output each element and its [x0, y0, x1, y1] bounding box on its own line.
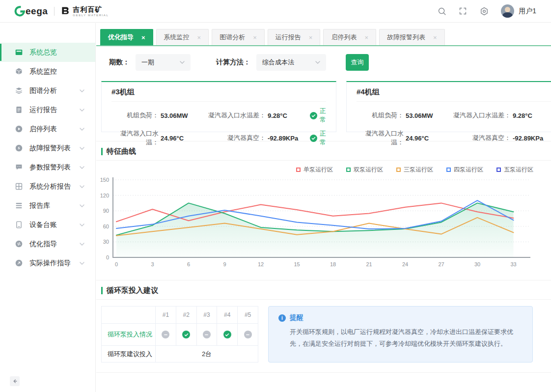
legend-label: 双泵运行区	[354, 166, 383, 174]
sidebar-item-11[interactable]: 优化指导	[0, 234, 95, 253]
metric-label: 机组负荷：	[111, 111, 159, 120]
alert-text: 开关循环泵规则，以电厂运行规程对凝汽器真空，冷却水进出口温差保证要求优先，在满足…	[290, 326, 523, 350]
check-circle-icon	[223, 331, 231, 338]
chart-legend: 单泵运行区双泵运行区三泵运行区四泵运行区五泵运行区	[96, 166, 533, 173]
sidebar-item-5[interactable]: 启停列表	[0, 119, 95, 139]
metric-value: 24.96°C	[159, 135, 204, 142]
tab-5[interactable]: 启停列表×	[323, 29, 376, 45]
avatar[interactable]	[501, 4, 514, 18]
section-accent-bar	[101, 148, 103, 155]
operation-icon	[15, 259, 23, 267]
fullscreen-icon[interactable]	[459, 7, 468, 16]
tab-6[interactable]: 故障报警列表×	[379, 29, 445, 45]
line-chart-canvas: 030609012015003691215182124273033	[96, 175, 533, 271]
tab-close-icon[interactable]: ×	[309, 34, 313, 41]
sidebar-item-10[interactable]: 设备台账	[0, 215, 95, 234]
sidebar-item-12[interactable]: 实际操作指导	[0, 253, 95, 273]
tab-4[interactable]: 运行报告×	[268, 29, 321, 45]
pump-row-label[interactable]: 循环泵投入情况	[102, 324, 156, 346]
pump-status-cell	[196, 324, 217, 346]
pump-table-col-header: #2	[176, 307, 196, 324]
brand-subtitle: GEELY MATERIAL	[73, 14, 109, 17]
layers-icon	[15, 86, 23, 95]
sidebar-collapse-button[interactable]	[10, 376, 20, 386]
alert-title: 提醒	[290, 313, 303, 322]
svg-text:0: 0	[115, 261, 118, 267]
metric-label: 凝汽器真空：	[204, 134, 266, 142]
sidebar-item-label: 设备台账	[29, 221, 57, 229]
chevron-down-icon	[80, 109, 84, 112]
tab-3[interactable]: 图谱分析×	[212, 29, 265, 45]
sidebar-item-9[interactable]: 报告库	[0, 196, 95, 215]
legend-item-5[interactable]: 五泵运行区	[496, 166, 533, 173]
minus-circle-icon	[244, 331, 252, 338]
sidebar-item-label: 实际操作指导	[29, 259, 71, 268]
sidebar-item-1[interactable]: 系统总览	[0, 43, 95, 62]
tab-2[interactable]: 系统监控×	[156, 29, 209, 45]
search-icon[interactable]	[438, 7, 446, 16]
tab-close-icon[interactable]: ×	[197, 34, 201, 41]
sidebar-item-label: 图谱分析	[29, 86, 57, 95]
tab-close-icon[interactable]: ×	[253, 34, 257, 41]
settings-icon[interactable]	[480, 7, 489, 16]
svg-text:3: 3	[151, 261, 154, 267]
svg-text:9: 9	[223, 261, 226, 267]
chevron-down-icon	[80, 128, 84, 131]
logo-text: eega	[26, 6, 48, 17]
sidebar-item-label: 报告库	[29, 201, 50, 210]
pump-table: #1#2#3#4#5 循环泵投入情况循环泵建议投入2台	[101, 306, 258, 363]
tab-close-icon[interactable]: ×	[141, 34, 145, 41]
main-content: 优化指导×系统监控×图谱分析×运行报告×启停列表×故障报警列表× 期数： 一期 …	[96, 23, 551, 392]
sidebar-item-label: 故障报警列表	[29, 144, 71, 153]
legend-swatch-icon	[346, 168, 351, 172]
legend-item-4[interactable]: 四泵运行区	[446, 166, 483, 173]
cube-icon	[15, 67, 23, 76]
sidebar-item-label: 启停列表	[29, 125, 57, 134]
legend-item-2[interactable]: 双泵运行区	[346, 166, 383, 173]
period-select[interactable]: 一期	[136, 54, 191, 71]
sidebar-item-label: 系统总览	[29, 48, 57, 57]
pump-status-cell	[156, 324, 176, 346]
method-select[interactable]: 综合成本法	[256, 54, 326, 71]
legend-item-1[interactable]: 单泵运行区	[296, 166, 333, 173]
metric: 凝汽器真空：-92.89KPa	[449, 134, 551, 142]
sidebar-item-8[interactable]: 系统分析报告	[0, 177, 95, 196]
svg-text:6: 6	[187, 261, 190, 267]
geega-logo-icon	[14, 5, 25, 17]
metric-value: 9.28°C	[266, 112, 310, 119]
sidebar-nav: 系统总览系统监控图谱分析运行报告启停列表故障报警列表参数报警列表系统分析报告报告…	[0, 23, 95, 273]
pump-table-header-row: #1#2#3#4#5	[102, 307, 258, 324]
svg-text:18: 18	[330, 261, 336, 267]
tab-close-icon[interactable]: ×	[364, 34, 368, 41]
sidebar-item-2[interactable]: 系统监控	[0, 62, 95, 81]
chevron-down-icon	[180, 61, 185, 64]
status-text: 正常	[320, 129, 326, 147]
legend-label: 三泵运行区	[404, 166, 433, 174]
list-icon	[15, 201, 23, 210]
method-select-value: 综合成本法	[262, 58, 294, 67]
alarm-icon	[15, 144, 23, 152]
tab-label: 系统监控	[164, 33, 190, 42]
sidebar-item-7[interactable]: 参数报警列表	[0, 158, 95, 177]
sidebar-item-3[interactable]: 图谱分析	[0, 81, 95, 100]
pump-suggest-value: 2台	[156, 346, 258, 363]
legend-item-3[interactable]: 三泵运行区	[396, 166, 433, 173]
sidebar-item-4[interactable]: 运行报告	[0, 100, 95, 119]
pump-table-col-header: #4	[217, 307, 238, 324]
pump-section-title: 循环泵投入建议	[107, 286, 158, 295]
username[interactable]: 用户1	[519, 7, 536, 16]
pump-row-label[interactable]: 循环泵建议投入	[102, 346, 156, 363]
query-button[interactable]: 查询	[346, 54, 369, 71]
tab-close-icon[interactable]: ×	[433, 34, 437, 41]
unit-card-title: #4机组	[357, 87, 551, 102]
info-icon: i	[278, 314, 286, 322]
metric-value: 24.96°C	[404, 135, 449, 142]
pump-table-col-header: #3	[196, 307, 217, 324]
brand-name: 吉利百矿	[73, 6, 109, 13]
period-select-value: 一期	[141, 58, 154, 67]
tab-1[interactable]: 优化指导×	[100, 29, 153, 45]
sidebar-item-6[interactable]: 故障报警列表	[0, 139, 95, 158]
status-text: 正常	[320, 107, 326, 124]
svg-text:90: 90	[103, 208, 109, 214]
chevron-down-icon	[80, 89, 84, 92]
